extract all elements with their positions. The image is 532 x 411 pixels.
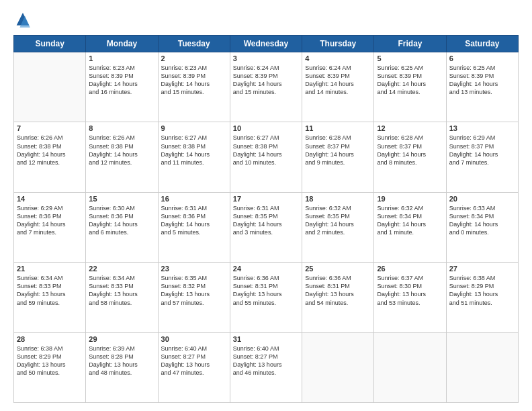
day-number: 4 xyxy=(305,54,371,62)
logo xyxy=(13,11,35,30)
calendar-day-cell: 25Sunrise: 6:36 AM Sunset: 8:31 PM Dayli… xyxy=(302,263,374,332)
day-number: 18 xyxy=(305,195,371,203)
day-number: 2 xyxy=(161,54,227,62)
day-info: Sunrise: 6:27 AM Sunset: 8:38 PM Dayligh… xyxy=(233,134,299,167)
calendar-day-cell: 29Sunrise: 6:39 AM Sunset: 8:28 PM Dayli… xyxy=(86,332,158,402)
day-info: Sunrise: 6:26 AM Sunset: 8:38 PM Dayligh… xyxy=(17,134,83,167)
day-info: Sunrise: 6:38 AM Sunset: 8:29 PM Dayligh… xyxy=(449,274,515,307)
day-number: 30 xyxy=(161,335,227,343)
calendar-day-header: Saturday xyxy=(446,36,518,52)
day-number: 27 xyxy=(449,265,515,273)
day-info: Sunrise: 6:35 AM Sunset: 8:32 PM Dayligh… xyxy=(161,274,227,307)
day-number: 3 xyxy=(233,54,299,62)
calendar-day-cell: 4Sunrise: 6:24 AM Sunset: 8:39 PM Daylig… xyxy=(302,52,374,122)
day-info: Sunrise: 6:28 AM Sunset: 8:37 PM Dayligh… xyxy=(305,134,371,167)
day-number: 26 xyxy=(377,265,443,273)
page: SundayMondayTuesdayWednesdayThursdayFrid… xyxy=(0,0,532,411)
day-info: Sunrise: 6:39 AM Sunset: 8:28 PM Dayligh… xyxy=(89,345,154,377)
day-number: 12 xyxy=(377,124,443,132)
day-info: Sunrise: 6:25 AM Sunset: 8:39 PM Dayligh… xyxy=(377,64,443,97)
calendar-table: SundayMondayTuesdayWednesdayThursdayFrid… xyxy=(13,35,519,403)
calendar-day-cell: 28Sunrise: 6:38 AM Sunset: 8:29 PM Dayli… xyxy=(14,332,86,402)
day-info: Sunrise: 6:31 AM Sunset: 8:35 PM Dayligh… xyxy=(233,204,299,237)
header xyxy=(13,11,519,30)
day-number: 16 xyxy=(161,195,227,203)
day-number: 29 xyxy=(89,335,154,343)
day-number: 31 xyxy=(233,335,299,343)
day-info: Sunrise: 6:34 AM Sunset: 8:33 PM Dayligh… xyxy=(89,274,154,307)
day-number: 11 xyxy=(305,124,371,132)
calendar-day-cell: 9Sunrise: 6:27 AM Sunset: 8:38 PM Daylig… xyxy=(158,122,230,192)
calendar-week-row: 1Sunrise: 6:23 AM Sunset: 8:39 PM Daylig… xyxy=(14,52,519,122)
day-info: Sunrise: 6:30 AM Sunset: 8:36 PM Dayligh… xyxy=(89,204,154,237)
calendar-day-cell: 16Sunrise: 6:31 AM Sunset: 8:36 PM Dayli… xyxy=(158,192,230,262)
calendar-day-cell: 12Sunrise: 6:28 AM Sunset: 8:37 PM Dayli… xyxy=(374,122,446,192)
calendar-day-header: Tuesday xyxy=(158,36,230,52)
calendar-day-cell: 17Sunrise: 6:31 AM Sunset: 8:35 PM Dayli… xyxy=(230,192,302,262)
day-info: Sunrise: 6:24 AM Sunset: 8:39 PM Dayligh… xyxy=(233,64,299,97)
calendar-header-row: SundayMondayTuesdayWednesdayThursdayFrid… xyxy=(14,36,519,52)
day-number: 8 xyxy=(89,124,154,132)
day-number: 28 xyxy=(17,335,83,343)
calendar-day-cell: 31Sunrise: 6:40 AM Sunset: 8:27 PM Dayli… xyxy=(230,332,302,402)
day-number: 15 xyxy=(89,195,154,203)
calendar-day-cell: 18Sunrise: 6:32 AM Sunset: 8:35 PM Dayli… xyxy=(302,192,374,262)
day-number: 1 xyxy=(89,54,154,62)
day-number: 24 xyxy=(233,265,299,273)
day-info: Sunrise: 6:32 AM Sunset: 8:34 PM Dayligh… xyxy=(377,204,443,237)
day-number: 5 xyxy=(377,54,443,62)
day-number: 19 xyxy=(377,195,443,203)
day-number: 25 xyxy=(305,265,371,273)
calendar-day-cell xyxy=(446,332,518,402)
calendar-day-cell: 2Sunrise: 6:23 AM Sunset: 8:39 PM Daylig… xyxy=(158,52,230,122)
day-info: Sunrise: 6:40 AM Sunset: 8:27 PM Dayligh… xyxy=(161,345,227,377)
day-info: Sunrise: 6:32 AM Sunset: 8:35 PM Dayligh… xyxy=(305,204,371,237)
calendar-day-cell: 21Sunrise: 6:34 AM Sunset: 8:33 PM Dayli… xyxy=(14,263,86,332)
calendar-day-header: Thursday xyxy=(302,36,374,52)
calendar-day-header: Sunday xyxy=(14,36,86,52)
day-info: Sunrise: 6:23 AM Sunset: 8:39 PM Dayligh… xyxy=(161,64,227,97)
calendar-day-cell: 20Sunrise: 6:33 AM Sunset: 8:34 PM Dayli… xyxy=(446,192,518,262)
day-number: 14 xyxy=(17,195,83,203)
calendar-day-cell: 7Sunrise: 6:26 AM Sunset: 8:38 PM Daylig… xyxy=(14,122,86,192)
calendar-day-cell: 11Sunrise: 6:28 AM Sunset: 8:37 PM Dayli… xyxy=(302,122,374,192)
calendar-day-cell: 13Sunrise: 6:29 AM Sunset: 8:37 PM Dayli… xyxy=(446,122,518,192)
calendar-day-cell xyxy=(374,332,446,402)
day-number: 7 xyxy=(17,124,83,132)
calendar-day-cell: 23Sunrise: 6:35 AM Sunset: 8:32 PM Dayli… xyxy=(158,263,230,332)
calendar-day-cell: 22Sunrise: 6:34 AM Sunset: 8:33 PM Dayli… xyxy=(86,263,158,332)
day-number: 10 xyxy=(233,124,299,132)
calendar-day-cell xyxy=(302,332,374,402)
calendar-day-header: Wednesday xyxy=(230,36,302,52)
day-number: 22 xyxy=(89,265,154,273)
day-number: 21 xyxy=(17,265,83,273)
day-info: Sunrise: 6:28 AM Sunset: 8:37 PM Dayligh… xyxy=(377,134,443,167)
calendar-day-cell: 3Sunrise: 6:24 AM Sunset: 8:39 PM Daylig… xyxy=(230,52,302,122)
day-info: Sunrise: 6:27 AM Sunset: 8:38 PM Dayligh… xyxy=(161,134,227,167)
day-number: 17 xyxy=(233,195,299,203)
day-info: Sunrise: 6:40 AM Sunset: 8:27 PM Dayligh… xyxy=(233,345,299,377)
calendar-day-cell: 24Sunrise: 6:36 AM Sunset: 8:31 PM Dayli… xyxy=(230,263,302,332)
calendar-week-row: 21Sunrise: 6:34 AM Sunset: 8:33 PM Dayli… xyxy=(14,263,519,332)
calendar-day-cell: 19Sunrise: 6:32 AM Sunset: 8:34 PM Dayli… xyxy=(374,192,446,262)
calendar-day-cell: 8Sunrise: 6:26 AM Sunset: 8:38 PM Daylig… xyxy=(86,122,158,192)
calendar-day-header: Monday xyxy=(86,36,158,52)
day-number: 23 xyxy=(161,265,227,273)
day-info: Sunrise: 6:29 AM Sunset: 8:36 PM Dayligh… xyxy=(17,204,83,237)
day-info: Sunrise: 6:31 AM Sunset: 8:36 PM Dayligh… xyxy=(161,204,227,237)
logo-icon xyxy=(13,11,32,30)
calendar-day-cell: 14Sunrise: 6:29 AM Sunset: 8:36 PM Dayli… xyxy=(14,192,86,262)
day-info: Sunrise: 6:24 AM Sunset: 8:39 PM Dayligh… xyxy=(305,64,371,97)
day-number: 9 xyxy=(161,124,227,132)
day-info: Sunrise: 6:29 AM Sunset: 8:37 PM Dayligh… xyxy=(449,134,515,167)
day-number: 13 xyxy=(449,124,515,132)
day-number: 6 xyxy=(449,54,515,62)
calendar-day-cell: 6Sunrise: 6:25 AM Sunset: 8:39 PM Daylig… xyxy=(446,52,518,122)
calendar-day-cell: 1Sunrise: 6:23 AM Sunset: 8:39 PM Daylig… xyxy=(86,52,158,122)
calendar-week-row: 14Sunrise: 6:29 AM Sunset: 8:36 PM Dayli… xyxy=(14,192,519,262)
calendar-week-row: 28Sunrise: 6:38 AM Sunset: 8:29 PM Dayli… xyxy=(14,332,519,402)
day-info: Sunrise: 6:26 AM Sunset: 8:38 PM Dayligh… xyxy=(89,134,154,167)
calendar-day-header: Friday xyxy=(374,36,446,52)
calendar-day-cell: 30Sunrise: 6:40 AM Sunset: 8:27 PM Dayli… xyxy=(158,332,230,402)
calendar-day-cell: 10Sunrise: 6:27 AM Sunset: 8:38 PM Dayli… xyxy=(230,122,302,192)
